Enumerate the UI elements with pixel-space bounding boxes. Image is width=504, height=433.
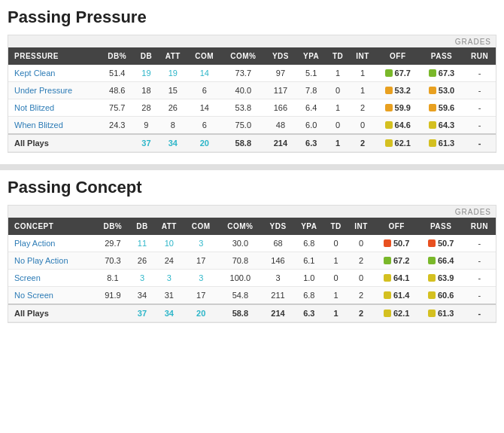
cell-com: 17 (184, 252, 218, 270)
total-dbpct (100, 134, 134, 152)
col-td: TD (324, 218, 348, 235)
col-td: TD (326, 47, 350, 65)
data-table: GRADES CONCEPT DB% DB ATT COM COM% YDS Y… (8, 206, 496, 322)
section-separator (0, 164, 504, 170)
cell-int: 2 (348, 287, 375, 305)
col-yds: YDS (263, 218, 294, 235)
cell-off: 53.2 (376, 82, 420, 99)
total-yds: 214 (263, 304, 294, 322)
cell-td: 1 (324, 287, 348, 305)
col-compct: COM% (218, 218, 263, 235)
cell-att: 15 (159, 82, 188, 99)
cell-td: 1 (326, 65, 350, 82)
cell-int: 0 (349, 117, 375, 135)
col-db: DB (134, 47, 158, 65)
cell-int: 2 (349, 99, 375, 117)
col-int: INT (349, 47, 375, 65)
cell-yds: 3 (263, 270, 294, 287)
cell-db: 18 (134, 82, 158, 99)
cell-compct: 54.8 (218, 287, 263, 305)
total-label: All Plays (8, 304, 96, 322)
total-pass: 61.3 (419, 304, 463, 322)
cell-td: 0 (324, 270, 348, 287)
cell-off: 64.1 (375, 270, 419, 287)
total-ypa: 6.3 (296, 134, 326, 152)
cell-ypa: 7.8 (296, 82, 326, 99)
cell-dbpct: 70.3 (96, 252, 130, 270)
row-label: No Screen (8, 287, 96, 305)
total-dbpct (96, 304, 130, 322)
cell-compct: 75.0 (221, 117, 265, 135)
column-headers: PRESSURE DB% DB ATT COM COM% YDS YPA TD … (8, 47, 496, 65)
total-com: 20 (184, 304, 218, 322)
cell-run: - (463, 99, 496, 117)
total-run: - (463, 304, 496, 322)
cell-ypa: 1.0 (293, 270, 324, 287)
cell-db: 3 (130, 270, 155, 287)
table-row: No Play Action 70.3 26 24 17 70.8 146 6.… (8, 252, 496, 270)
total-off: 62.1 (376, 134, 420, 152)
cell-yds: 211 (263, 287, 294, 305)
cell-att: 8 (159, 117, 188, 135)
cell-com: 6 (187, 82, 221, 99)
cell-yds: 117 (265, 82, 296, 99)
cell-dbpct: 91.9 (96, 287, 130, 305)
col-dbpct: DB% (100, 47, 134, 65)
col-dbpct: DB% (96, 218, 130, 235)
col-off: OFF (375, 218, 419, 235)
cell-com: 17 (184, 287, 218, 305)
cell-ypa: 6.4 (296, 99, 326, 117)
total-ypa: 6.3 (293, 304, 324, 322)
total-run: - (463, 134, 496, 152)
section-title: Passing Concept (8, 178, 496, 197)
total-pass: 61.3 (420, 134, 463, 152)
table-row: Not Blitzed 75.7 28 26 14 53.8 166 6.4 1… (8, 99, 496, 117)
cell-int: 0 (348, 235, 375, 252)
row-label: No Play Action (8, 252, 96, 270)
cell-dbpct: 48.6 (100, 82, 134, 99)
total-td: 1 (324, 304, 348, 322)
row-label: Kept Clean (8, 65, 100, 82)
cell-att: 31 (154, 287, 184, 305)
cell-off: 61.4 (375, 287, 419, 305)
cell-att: 3 (154, 270, 184, 287)
cell-yds: 68 (263, 235, 294, 252)
cell-run: - (463, 270, 496, 287)
cell-dbpct: 8.1 (96, 270, 130, 287)
cell-pass: 53.0 (420, 82, 463, 99)
cell-att: 10 (154, 235, 184, 252)
table-row: Screen 8.1 3 3 3 100.0 3 1.0 0 0 64.1 63… (8, 270, 496, 287)
col-run: RUN (463, 218, 496, 235)
empty-header (8, 35, 349, 47)
cell-off: 67.2 (375, 252, 419, 270)
cell-td: 0 (324, 235, 348, 252)
cell-td: 0 (326, 82, 350, 99)
col-ypa: YPA (293, 218, 324, 235)
cell-att: 26 (159, 99, 188, 117)
cell-off: 67.7 (376, 65, 420, 82)
cell-ypa: 6.8 (293, 235, 324, 252)
total-db: 37 (130, 304, 155, 322)
cell-off: 59.9 (376, 99, 420, 117)
cell-ypa: 6.1 (293, 252, 324, 270)
cell-int: 1 (349, 65, 375, 82)
col-pass: PASS (420, 47, 463, 65)
cell-run: - (463, 65, 496, 82)
col-ypa: YPA (296, 47, 326, 65)
cell-int: 2 (348, 252, 375, 270)
total-compct: 58.8 (218, 304, 263, 322)
col-att: ATT (159, 47, 188, 65)
cell-compct: 53.8 (221, 99, 265, 117)
total-off: 62.1 (375, 304, 419, 322)
total-int: 2 (348, 304, 375, 322)
row-label: When Blitzed (8, 117, 100, 135)
col-com: COM (184, 218, 218, 235)
cell-dbpct: 29.7 (96, 235, 130, 252)
table-row: No Screen 91.9 34 31 17 54.8 211 6.8 1 2… (8, 287, 496, 305)
cell-off: 50.7 (375, 235, 419, 252)
total-compct: 58.8 (221, 134, 265, 152)
cell-dbpct: 75.7 (100, 99, 134, 117)
cell-com: 3 (184, 270, 218, 287)
row-label: Screen (8, 270, 96, 287)
empty-header (8, 206, 348, 218)
